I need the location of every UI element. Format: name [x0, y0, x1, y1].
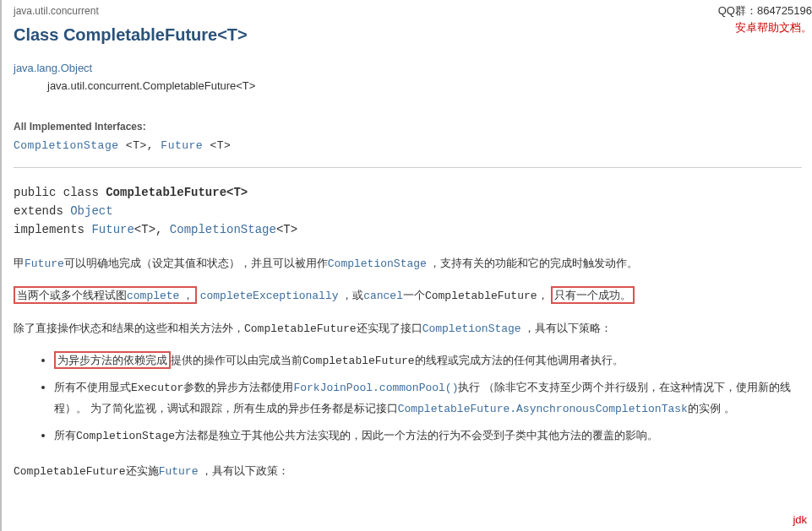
paragraph-3: 除了直接操作状态和结果的这些和相关方法外，CompletableFuture还实…	[14, 318, 802, 339]
future-link[interactable]: Future	[161, 139, 203, 152]
future-link[interactable]: Future	[159, 465, 199, 478]
list-item: 所有CompletionStage方法都是独立于其他公共方法实现的，因此一个方法…	[54, 425, 802, 447]
list-item: 所有不使用显式Executor参数的异步方法都使用ForkJoinPool.co…	[54, 377, 802, 420]
class-signature: public class CompletableFuture<T> extend…	[14, 183, 802, 240]
package-name: java.util.concurrent	[14, 5, 802, 17]
complete-link[interactable]: complete	[127, 290, 179, 302]
paragraph-1: 甲Future可以明确地完成（设定其值和状态），并且可以被用作Completio…	[14, 253, 802, 274]
jdk-label: jdk	[793, 513, 807, 526]
paragraph-4: CompletableFuture还实施Future ，具有以下政策：	[14, 461, 802, 481]
interfaces-list: CompletionStage <T>, Future <T>	[14, 139, 802, 152]
top-right-notice: QQ群：864725196 安卓帮助文档。	[718, 3, 812, 35]
highlight-box-3: 为异步方法的依赖完成	[54, 351, 171, 369]
list-item: 为异步方法的依赖完成提供的操作可以由完成当前CompletableFuture的…	[54, 350, 802, 372]
completionstage-link[interactable]: CompletionStage	[14, 139, 119, 152]
completionstage-link[interactable]: CompletionStage	[328, 257, 427, 270]
paragraph-2: 当两个或多个线程试图complete ， completeExceptional…	[14, 285, 802, 306]
generic-text: <T>,	[119, 139, 161, 152]
completionstage-link[interactable]: CompletionStage	[170, 223, 276, 236]
class-title: Class CompletableFuture<T>	[14, 25, 802, 45]
android-doc-label: 安卓帮助文档。	[718, 20, 812, 35]
forkjoinpool-link[interactable]: ForkJoinPool.commonPool()	[293, 382, 458, 394]
divider	[14, 167, 802, 168]
completionstage-link[interactable]: CompletionStage	[422, 322, 521, 335]
cancel-link[interactable]: cancel	[363, 290, 403, 302]
policy-list: 为异步方法的依赖完成提供的操作可以由完成当前CompletableFuture的…	[14, 350, 802, 447]
highlight-box-2: 只有一个成功。	[551, 286, 635, 304]
doc-page: QQ群：864725196 安卓帮助文档。 java.util.concurre…	[0, 0, 812, 531]
highlight-box-1: 当两个或多个线程试图complete ，	[14, 286, 197, 304]
class-hierarchy: java.lang.Object java.util.concurrent.Co…	[14, 60, 802, 95]
object-link[interactable]: Object	[70, 204, 112, 218]
generic-text: <T>	[203, 139, 231, 152]
hierarchy-root-link[interactable]: java.lang.Object	[14, 62, 92, 74]
hierarchy-child: java.util.concurrent.CompletableFuture<T…	[14, 78, 802, 95]
future-link[interactable]: Future	[25, 257, 64, 270]
future-link[interactable]: Future	[91, 223, 134, 236]
async-task-link[interactable]: CompletableFuture.AsynchronousCompletion…	[398, 403, 688, 415]
qq-group: QQ群：864725196	[718, 3, 812, 19]
complete-exceptionally-link[interactable]: completeExceptionally	[200, 290, 339, 302]
interfaces-label: All Implemented Interfaces:	[14, 121, 802, 133]
